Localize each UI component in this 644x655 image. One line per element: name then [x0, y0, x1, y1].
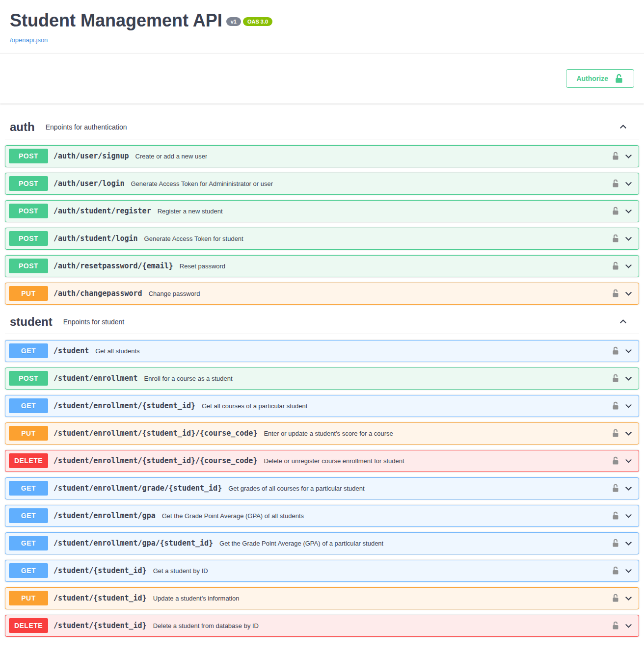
endpoint-summary: Get the Grade Point Average (GPA) of all…: [162, 512, 304, 520]
method-badge: GET: [9, 563, 48, 578]
endpoint-row[interactable]: GET/student/enrollment/gpaGet the Grade …: [5, 505, 639, 527]
endpoint-row[interactable]: PUT/auth/changepasswordChange password: [5, 283, 639, 305]
chevron-down-icon[interactable]: [623, 538, 634, 549]
endpoint-row-controls: [611, 538, 634, 549]
chevron-down-icon[interactable]: [623, 288, 634, 299]
method-badge: PUT: [9, 426, 48, 441]
unlocked-padlock-icon[interactable]: [611, 483, 620, 493]
chevron-down-icon[interactable]: [623, 234, 634, 244]
endpoint-row[interactable]: POST/auth/student/registerRegister a new…: [5, 200, 639, 222]
endpoint-path: /student/{student_id}: [54, 621, 147, 630]
chevron-down-icon[interactable]: [623, 566, 634, 576]
method-badge: GET: [9, 343, 48, 358]
endpoint-row[interactable]: GET/student/enrollment/{student_id}Get a…: [5, 395, 639, 417]
endpoint-path: /auth/resetpassword/{email}: [54, 262, 173, 270]
chevron-down-icon[interactable]: [623, 346, 634, 356]
endpoint-row[interactable]: GET/student/enrollment/grade/{student_id…: [5, 477, 639, 499]
method-badge: POST: [9, 231, 48, 246]
unlocked-padlock-icon[interactable]: [611, 621, 620, 630]
openapi-spec-link[interactable]: /openapi.json: [10, 36, 48, 44]
chevron-up-icon[interactable]: [618, 316, 628, 327]
chevron-down-icon[interactable]: [623, 593, 634, 603]
unlocked-padlock-icon[interactable]: [611, 511, 620, 521]
endpoint-path: /student: [54, 346, 89, 355]
endpoint-row[interactable]: DELETE/student/{student_id}Delete a stud…: [5, 615, 639, 637]
endpoint-summary: Get all students: [95, 347, 139, 355]
endpoint-row-controls: [611, 566, 634, 576]
section-description: Enpoints for student: [63, 318, 125, 326]
endpoint-row[interactable]: GET/student/enrollment/gpa/{student_id}G…: [5, 532, 639, 554]
endpoint-row[interactable]: GET/student/{student_id}Get a student by…: [5, 560, 639, 582]
endpoint-path: /student/enrollment/{student_id}/{course…: [54, 429, 257, 438]
chevron-down-icon[interactable]: [623, 261, 634, 271]
endpoint-path: /auth/student/register: [54, 207, 151, 215]
section-header-auth[interactable]: authEnpoints for authentication: [5, 115, 639, 139]
endpoint-summary: Get all courses of a particular student: [202, 402, 307, 410]
endpoint-row[interactable]: POST/auth/student/loginGenerate Access T…: [5, 228, 639, 250]
endpoint-row-controls: [611, 593, 634, 603]
endpoint-summary: Delete or unregister course enrollment f…: [264, 457, 404, 465]
unlocked-padlock-icon[interactable]: [611, 593, 620, 603]
chevron-down-icon[interactable]: [623, 179, 634, 189]
chevron-down-icon[interactable]: [623, 206, 634, 216]
unlocked-padlock-icon[interactable]: [611, 261, 620, 271]
section-title: auth: [10, 120, 35, 134]
unlocked-padlock-icon[interactable]: [611, 566, 620, 576]
endpoint-row[interactable]: DELETE/student/enrollment/{student_id}/{…: [5, 450, 639, 472]
unlocked-padlock-icon[interactable]: [611, 456, 620, 466]
endpoint-row-controls: [611, 346, 634, 356]
endpoint-row-controls: [611, 456, 634, 466]
authorize-button[interactable]: Authorize: [566, 69, 634, 88]
endpoint-row-controls: [611, 483, 634, 494]
chevron-down-icon[interactable]: [623, 151, 634, 161]
chevron-down-icon[interactable]: [623, 428, 634, 439]
chevron-down-icon[interactable]: [623, 456, 634, 466]
method-badge: POST: [9, 149, 48, 163]
endpoint-path: /student/enrollment: [54, 374, 138, 383]
chevron-down-icon[interactable]: [623, 373, 634, 384]
unlocked-padlock-icon[interactable]: [611, 179, 620, 188]
endpoint-row-controls: [611, 288, 634, 299]
endpoint-path: /student/{student_id}: [54, 594, 147, 603]
scheme-container: Authorize: [0, 53, 644, 104]
unlocked-padlock-icon[interactable]: [611, 151, 620, 161]
endpoint-row-controls: [611, 261, 634, 271]
endpoint-row-controls: [611, 373, 634, 384]
endpoint-row-controls: [611, 179, 634, 189]
endpoint-summary: Generate Access Token for Admininistrato…: [131, 180, 273, 187]
version-badge: v1: [226, 17, 241, 26]
endpoint-row-controls: [611, 621, 634, 631]
unlocked-padlock-icon[interactable]: [611, 206, 620, 216]
unlocked-padlock-icon[interactable]: [611, 373, 620, 383]
endpoint-row[interactable]: PUT/student/{student_id}Update a student…: [5, 587, 639, 609]
endpoint-path: /student/{student_id}: [54, 566, 147, 575]
endpoint-path: /auth/student/login: [54, 234, 138, 243]
unlocked-padlock-icon[interactable]: [611, 234, 620, 243]
unlocked-padlock-icon[interactable]: [611, 346, 620, 356]
endpoint-path: /auth/user/login: [54, 179, 125, 188]
section-header-student[interactable]: studentEnpoints for student: [5, 310, 639, 334]
endpoint-row[interactable]: POST/auth/user/loginGenerate Access Toke…: [5, 173, 639, 195]
section-title: student: [10, 315, 53, 329]
unlocked-padlock-icon[interactable]: [611, 288, 620, 298]
endpoint-row[interactable]: POST/auth/user/signupCreate or add a new…: [5, 145, 639, 167]
chevron-down-icon[interactable]: [623, 621, 634, 631]
method-badge: DELETE: [9, 618, 48, 633]
endpoint-row[interactable]: PUT/student/enrollment/{student_id}/{cou…: [5, 422, 639, 445]
endpoint-summary: Update a student's information: [153, 595, 240, 602]
endpoint-row[interactable]: POST/auth/resetpassword/{email}Reset pas…: [5, 255, 639, 277]
endpoint-summary: Generate Access Token for student: [144, 235, 243, 242]
api-sections: authEnpoints for authenticationPOST/auth…: [0, 105, 644, 645]
unlocked-padlock-icon[interactable]: [611, 401, 620, 411]
chevron-down-icon[interactable]: [623, 483, 634, 494]
unlocked-padlock-icon[interactable]: [611, 428, 620, 438]
method-badge: DELETE: [9, 453, 48, 468]
endpoint-row[interactable]: GET/studentGet all students: [5, 340, 639, 362]
endpoint-summary: Enroll for a course as a student: [144, 375, 233, 382]
method-badge: GET: [9, 536, 48, 550]
chevron-down-icon[interactable]: [623, 401, 634, 411]
chevron-down-icon[interactable]: [623, 511, 634, 521]
unlocked-padlock-icon[interactable]: [611, 538, 620, 548]
chevron-up-icon[interactable]: [618, 122, 628, 132]
endpoint-row[interactable]: POST/student/enrollmentEnroll for a cour…: [5, 367, 639, 390]
